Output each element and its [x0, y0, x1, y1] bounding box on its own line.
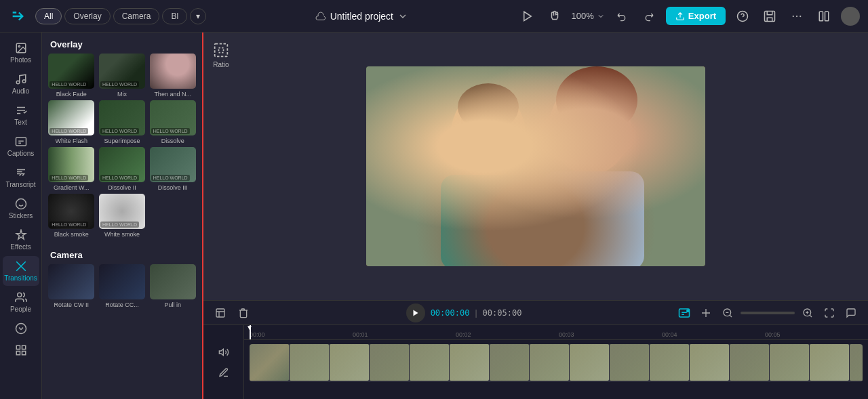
frame-cell [530, 344, 569, 381]
filter-all[interactable]: All [35, 8, 62, 24]
chevron-down-icon[interactable] [397, 11, 408, 22]
sidebar-item-people[interactable]: People [3, 287, 39, 317]
transition-mix[interactable]: HELLO WORLD Mix [98, 54, 146, 98]
fit-screen-icon[interactable] [821, 304, 838, 322]
redo-icon[interactable] [639, 6, 659, 26]
filter-bl[interactable]: Bl [162, 8, 187, 24]
app-logo [8, 7, 27, 26]
hand-icon[interactable] [545, 6, 565, 26]
layout-icon[interactable] [814, 6, 834, 26]
transition-gradient-w[interactable]: HELLO WORLD Gradient W... [47, 147, 96, 191]
zoom-slider[interactable] [741, 312, 795, 314]
svg-rect-25 [441, 175, 536, 266]
sidebar-item-transitions[interactable]: Transitions [3, 256, 39, 286]
transition-white-flash[interactable]: HELLO WORLD White Flash [47, 100, 96, 144]
sidebar-item-photos[interactable]: Photos [3, 38, 39, 68]
effects-icon [15, 229, 27, 241]
add-track-icon[interactable] [212, 304, 229, 322]
sidebar-item-grid[interactable] [3, 340, 39, 360]
filter-camera[interactable]: Camera [113, 8, 160, 24]
transition-thumb-rotate-cw [48, 264, 94, 299]
overlay-grid: HELLO WORLD Black Fade HELLO WORLD Mix T… [42, 54, 202, 243]
frame-cell [770, 344, 809, 381]
zoom-out-icon[interactable] [719, 304, 736, 322]
zoom-control[interactable]: 100% [572, 11, 605, 21]
ruler-mark-3: 00:03 [559, 331, 662, 338]
avatar[interactable] [841, 7, 860, 26]
svg-point-32 [576, 117, 584, 122]
ruler-marks: 00:00 00:01 00:02 00:03 00:04 00:05 [244, 331, 868, 338]
split-icon[interactable] [697, 304, 715, 322]
zoom-in-icon[interactable] [799, 304, 816, 322]
more-icon[interactable] [787, 6, 807, 26]
sidebar-item-audio[interactable]: Audio [3, 69, 39, 99]
transition-dissolve[interactable]: HELLO WORLD Dissolve [149, 100, 197, 144]
transitions-icon [15, 260, 27, 272]
sidebar-item-effects[interactable]: Effects [3, 225, 39, 255]
transition-label-dissolve-2: Dissolve II [108, 184, 136, 191]
filter-overlay[interactable]: Overlay [64, 8, 110, 24]
sidebar-item-captions[interactable]: Captions [3, 131, 39, 161]
transition-thumb-then-and-n [150, 54, 196, 89]
transition-thumb-dissolve-3: HELLO WORLD [150, 147, 196, 182]
svg-marker-0 [524, 12, 531, 21]
sidebar: Photos Audio Text Captions [0, 33, 42, 399]
project-name[interactable]: Untitled project [330, 11, 393, 22]
svg-point-23 [461, 90, 515, 151]
svg-point-11 [22, 80, 26, 83]
help-icon[interactable] [732, 6, 753, 26]
filter-more[interactable]: ▾ [190, 8, 206, 24]
delete-track-icon[interactable] [235, 304, 252, 322]
ruler-mark-5: 00:05 [765, 331, 868, 338]
svg-rect-7 [825, 12, 829, 21]
playhead[interactable] [250, 325, 251, 339]
undo-icon[interactable] [612, 6, 632, 26]
sidebar-item-more[interactable] [3, 318, 39, 339]
transition-thumb-rotate-cc [99, 264, 145, 299]
svg-point-13 [16, 199, 26, 209]
transition-black-fade[interactable]: HELLO WORLD Black Fade [47, 54, 96, 98]
video-track[interactable] [250, 344, 863, 382]
volume-icon[interactable] [216, 345, 231, 360]
frame-strip [250, 344, 863, 382]
transition-pull-in[interactable]: Pull in [149, 264, 197, 308]
play-icon[interactable] [517, 6, 538, 26]
transition-rotate-cc[interactable]: Rotate CC... [98, 264, 146, 308]
audio-icon [15, 73, 27, 85]
transition-label-pull-in: Pull in [164, 301, 181, 308]
ruler-mark-2: 00:02 [456, 331, 559, 338]
svg-rect-21 [366, 66, 705, 266]
main-area: Photos Audio Text Captions [0, 33, 868, 399]
frame-cell [610, 344, 649, 381]
save-icon[interactable] [760, 6, 780, 26]
topbar: All Overlay Camera Bl ▾ Untitled project [0, 0, 868, 33]
transition-superimpose[interactable]: HELLO WORLD Superimpose [98, 100, 146, 144]
transition-rotate-cw[interactable]: Rotate CW II [47, 264, 96, 308]
sidebar-item-text[interactable]: Text [3, 100, 39, 130]
export-icon [675, 12, 685, 21]
time-separator: | [475, 308, 477, 318]
captions-icon [15, 135, 27, 148]
photos-icon [15, 42, 27, 54]
export-button[interactable]: Export [666, 7, 726, 25]
caption-ai-icon[interactable] [675, 304, 693, 322]
sidebar-item-transcript[interactable]: Transcript [3, 163, 39, 192]
edit-icon[interactable] [216, 365, 231, 380]
sidebar-label-people: People [10, 306, 31, 313]
play-button[interactable] [406, 303, 425, 322]
transition-thumb-mix: HELLO WORLD [99, 54, 145, 89]
transition-dissolve-3[interactable]: HELLO WORLD Dissolve III [149, 147, 197, 191]
transition-dissolve-2[interactable]: HELLO WORLD Dissolve II [98, 147, 146, 191]
transition-white-smoke[interactable]: HELLO WORLD White smoke [98, 194, 146, 238]
transition-black-smoke[interactable]: HELLO WORLD Black smoke [47, 194, 96, 238]
sidebar-item-stickers[interactable]: Stickers [3, 194, 39, 224]
chevron-down-circle-icon [15, 322, 27, 335]
ratio-icon [212, 41, 231, 60]
preview-svg [366, 66, 705, 266]
svg-point-22 [451, 90, 526, 178]
timeline-left-panel [203, 325, 244, 399]
comment-icon[interactable] [842, 304, 860, 322]
svg-point-31 [494, 123, 502, 129]
ratio-button[interactable]: Ratio [212, 41, 231, 68]
transition-then-and-n[interactable]: Then and N... [149, 54, 197, 98]
